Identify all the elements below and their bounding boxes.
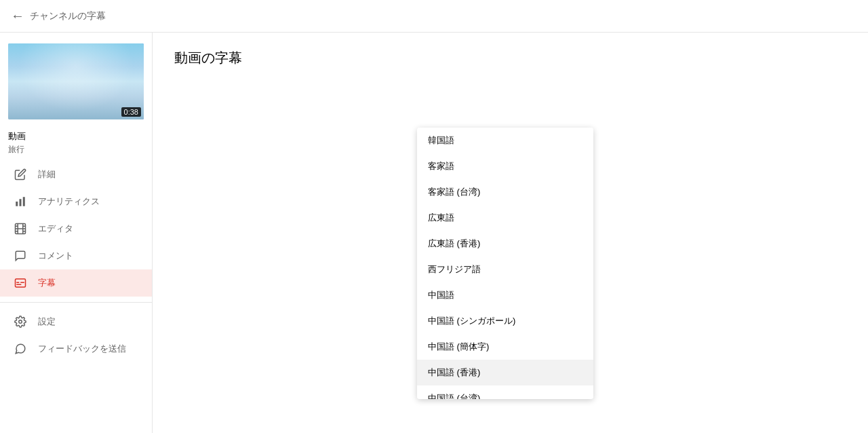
svg-rect-14 — [16, 284, 22, 286]
sidebar-divider-1 — [0, 302, 152, 303]
svg-rect-0 — [16, 202, 18, 206]
nav-item-analytics[interactable]: アナリティクス — [0, 188, 152, 215]
svg-rect-1 — [20, 199, 22, 206]
dropdown-item-chinese-hk[interactable]: 中国語 (香港) — [417, 360, 593, 385]
video-thumbnail[interactable]: 0:38 — [8, 43, 144, 119]
svg-rect-12 — [16, 282, 20, 284]
dropdown-item-chinese-simplified[interactable]: 中国語 (簡体字) — [417, 334, 593, 360]
dropdown-item-hakka-taiwan[interactable]: 客家語 (台湾) — [417, 179, 593, 205]
main-layout: 0:38 動画 旅行 詳細 — [0, 33, 868, 433]
video-subtitle: 旅行 — [8, 144, 144, 155]
pencil-icon — [14, 168, 27, 181]
dropdown-item-chinese-singapore[interactable]: 中国語 (シンガポール) — [417, 308, 593, 334]
dropdown-item-chinese[interactable]: 中国語 — [417, 282, 593, 308]
film-icon — [14, 222, 27, 236]
language-dropdown[interactable]: 韓国語客家語客家語 (台湾)広東語広東語 (香港)西フリジア語中国語中国語 (シ… — [417, 128, 593, 399]
video-thumbnail-container: 0:38 — [0, 38, 152, 125]
nav-label-subtitles: 字幕 — [38, 277, 56, 289]
video-info: 動画 旅行 — [0, 128, 152, 161]
svg-rect-13 — [20, 282, 24, 284]
nav-item-comments[interactable]: コメント — [0, 242, 152, 269]
dropdown-item-west-frisian[interactable]: 西フリジア語 — [417, 257, 593, 282]
content-area: 動画の字幕 韓国語客家語客家語 (台湾)広東語広東語 (香港)西フリジア語中国語… — [153, 33, 868, 433]
nav-item-details[interactable]: 詳細 — [0, 161, 152, 188]
page-title: 動画の字幕 — [174, 49, 846, 67]
svg-rect-2 — [23, 197, 25, 206]
gear-icon — [14, 315, 27, 328]
bar-chart-icon — [14, 195, 27, 208]
back-label: チャンネルの字幕 — [30, 10, 106, 22]
subtitles-icon — [14, 276, 27, 290]
dropdown-item-chinese-taiwan[interactable]: 中国語 (台湾) — [417, 385, 593, 399]
video-duration: 0:38 — [121, 107, 141, 117]
nav-label-comments: コメント — [38, 250, 73, 262]
nav-label-editor: エディタ — [38, 223, 73, 235]
svg-point-15 — [19, 320, 22, 324]
nav-item-settings[interactable]: 設定 — [0, 308, 152, 335]
nav-label-analytics: アナリティクス — [38, 195, 100, 208]
back-button[interactable]: ← チャンネルの字幕 — [11, 8, 106, 24]
feedback-icon — [14, 342, 27, 356]
video-title: 動画 — [8, 130, 144, 143]
comment-icon — [14, 249, 27, 263]
nav-item-subtitles[interactable]: 字幕 — [0, 269, 152, 297]
nav-label-feedback: フィードバックを送信 — [38, 343, 126, 355]
dropdown-item-cantonese-hk[interactable]: 広東語 (香港) — [417, 231, 593, 257]
back-arrow-icon: ← — [11, 8, 24, 24]
nav-item-editor[interactable]: エディタ — [0, 215, 152, 242]
dropdown-item-korean[interactable]: 韓国語 — [417, 128, 593, 153]
nav-item-feedback[interactable]: フィードバックを送信 — [0, 335, 152, 362]
nav-label-details: 詳細 — [38, 168, 56, 181]
sidebar: 0:38 動画 旅行 詳細 — [0, 33, 153, 433]
nav-label-settings: 設定 — [38, 316, 56, 328]
dropdown-item-cantonese[interactable]: 広東語 — [417, 205, 593, 231]
top-bar: ← チャンネルの字幕 — [0, 0, 868, 33]
dropdown-item-hakka[interactable]: 客家語 — [417, 153, 593, 179]
